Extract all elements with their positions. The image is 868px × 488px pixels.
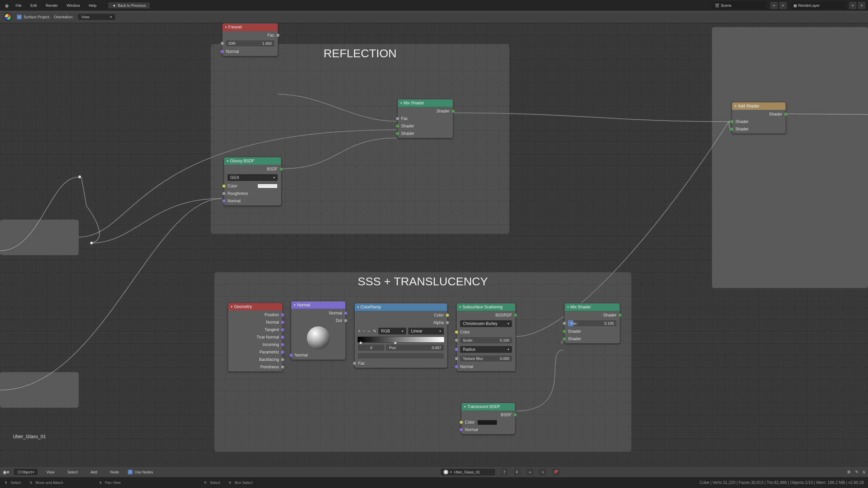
socket-normal-in[interactable]: Normal [461,426,515,433]
cursor-tool-icon[interactable] [3,13,12,21]
socket-normal-out[interactable]: Normal [228,319,282,326]
node-glossy-header[interactable]: ▾Glossy BSDF [224,157,281,165]
offscreen-node-right[interactable] [712,27,868,288]
ramp-flip-icon[interactable]: ↔ [367,329,371,333]
socket-parametric-out[interactable]: Parametric [228,348,282,356]
node-subsurface-scattering[interactable]: ▾Subsurface Scattering BSSRDF Christense… [456,303,516,371]
collapse-icon[interactable]: ▾ [464,405,466,408]
collapse-icon[interactable]: ▾ [357,305,359,309]
node-fresnel-header[interactable]: ▾Fresnel [222,23,278,31]
renderlayer-delete-button[interactable]: × [858,2,865,9]
object-mode-dropdown[interactable]: ◫ Object ▾ [14,469,38,475]
node-add-header[interactable]: ▾Add Shader [732,102,786,110]
colorramp-gradient[interactable] [357,337,445,343]
ramp-tools-icon[interactable]: ✎ [373,329,376,333]
snap-icon[interactable]: ⊞ [847,470,850,474]
offscreen-node-left-2[interactable] [0,372,79,408]
field-scale[interactable]: Scale:0.100 [457,336,515,345]
socket-normal-in[interactable]: Normal [291,351,346,359]
material-add-button[interactable]: + [526,468,534,476]
node-sss-header[interactable]: ▾Subsurface Scattering [457,303,515,311]
material-fake-user-button[interactable]: F [513,468,521,476]
node-mix-shader-1[interactable]: ▾Mix Shader Shader Fac Shader Shader [397,99,453,138]
field-texture-blur[interactable]: Texture Blur:0.000 [457,354,515,363]
scene-delete-button[interactable]: × [779,2,787,9]
scene-selector[interactable]: 🎬 Scene [713,2,767,9]
renderlayer-add-button[interactable]: + [849,2,856,9]
node-fresnel[interactable]: ▾Fresnel Fac IOR:1.450 Normal [222,23,278,56]
socket-normal-in[interactable]: Normal [222,48,278,55]
collapse-icon[interactable]: ▾ [567,305,569,309]
socket-shader2-in[interactable]: Shader [398,130,453,137]
socket-tangent-out[interactable]: Tangent [228,326,282,333]
socket-alpha-out[interactable]: Alpha [355,319,447,326]
menu-edit[interactable]: Edit [26,2,41,9]
socket-bsdf-out[interactable]: BSDF [461,411,515,419]
socket-color-in[interactable]: Color [461,419,515,426]
socket-shader-out[interactable]: Shader [732,110,786,118]
normal-sphere-preview[interactable] [307,326,330,349]
node-colorramp[interactable]: ▾ColorRamp Color Alpha + − ↔ ✎ RGB▾ Line… [354,303,448,368]
collapse-icon[interactable]: ▾ [459,305,461,309]
ramp-add-icon[interactable]: + [358,329,360,333]
node-normal-header[interactable]: ▾Normal [291,301,346,309]
material-selector[interactable]: ▾ Uber_Glass_01 [441,469,495,475]
surface-project-checkbox[interactable]: ✓ [17,15,22,19]
node-mix2-header[interactable]: ▾Mix Shader [565,303,620,311]
node-glossy-bsdf[interactable]: ▾Glossy BSDF BSDF GGX▾ Color Roughness N… [224,157,281,206]
socket-color-in[interactable]: Color [457,328,515,336]
material-browse-icon[interactable]: ▾ [450,470,452,474]
copy-icon[interactable]: ⎘ [863,470,865,474]
back-to-previous-button[interactable]: ◄ Back to Previous [108,2,150,8]
socket-bssrdf-out[interactable]: BSSRDF [457,311,515,319]
field-distribution[interactable]: GGX▾ [224,173,281,182]
collapse-icon[interactable]: ▾ [227,159,229,163]
socket-shader1-in[interactable]: Shader [565,328,620,335]
menu-select[interactable]: Select [63,469,82,475]
socket-bsdf-out[interactable]: BSDF [224,165,281,173]
socket-shader2-in[interactable]: Shader [565,335,620,343]
ramp-mode-dropdown[interactable]: RGB▾ [378,328,406,334]
ramp-index-field[interactable]: 0 [358,345,384,351]
collapse-icon[interactable]: ▾ [400,101,402,105]
socket-shader1-in[interactable]: Shader [398,122,453,130]
socket-shader1-in[interactable]: Shader [732,118,786,125]
grease-pencil-icon[interactable]: ✎ [855,470,858,474]
node-editor-canvas[interactable]: REFLECTION ▾Fresnel Fac IOR:1.450 Normal… [0,23,868,466]
ramp-pos-field[interactable]: Pos:0.007 [386,345,444,351]
node-geometry[interactable]: ▾Geometry Position Normal Tangent True N… [228,303,283,372]
orientation-dropdown[interactable]: View ▾ [78,14,115,20]
material-pin-button[interactable]: 📌 [552,468,559,476]
socket-incoming-out[interactable]: Incoming [228,341,282,348]
color-swatch[interactable] [257,184,278,188]
node-add-shader[interactable]: ▾Add Shader Shader Shader Shader [732,102,786,134]
renderlayer-selector[interactable]: ▦ RenderLayer [791,2,846,9]
collapse-icon[interactable]: ▾ [225,25,227,29]
node-geometry-header[interactable]: ▾Geometry [228,303,282,310]
menu-node[interactable]: Node [106,469,123,475]
socket-shader2-in[interactable]: Shader [732,125,786,133]
ramp-interp-dropdown[interactable]: Linear▾ [408,328,444,334]
node-translucent-header[interactable]: ▾Translucent BSDF [461,403,515,410]
socket-fac-in[interactable]: Fac [355,360,447,367]
node-normal[interactable]: ▾Normal Normal Dot Normal [291,301,346,360]
socket-roughness-in[interactable]: Roughness [224,190,281,197]
field-radius[interactable]: Radius▾ [457,345,515,354]
node-colorramp-header[interactable]: ▾ColorRamp [355,303,447,311]
use-nodes-checkbox[interactable]: ✓ [128,470,133,474]
socket-fac-in[interactable]: Fac [398,115,453,122]
material-unlink-button[interactable]: × [539,468,547,476]
node-mix1-header[interactable]: ▾Mix Shader [398,99,453,107]
socket-backfacing-out[interactable]: Backfacing [228,356,282,363]
offscreen-node-left-1[interactable] [0,220,79,255]
material-name-field[interactable]: Uber_Glass_01 [454,470,480,474]
field-fac[interactable]: Fac:0.106 [565,319,620,328]
ramp-color-field[interactable] [358,353,444,359]
socket-position-out[interactable]: Position [228,311,282,319]
scene-add-button[interactable]: + [770,2,778,9]
material-users-count[interactable]: 7 [500,468,508,476]
socket-shader-out[interactable]: Shader [398,107,453,115]
menu-help[interactable]: Help [85,2,101,9]
field-ior[interactable]: IOR:1.450 [222,39,278,48]
menu-window[interactable]: Window [63,2,84,9]
